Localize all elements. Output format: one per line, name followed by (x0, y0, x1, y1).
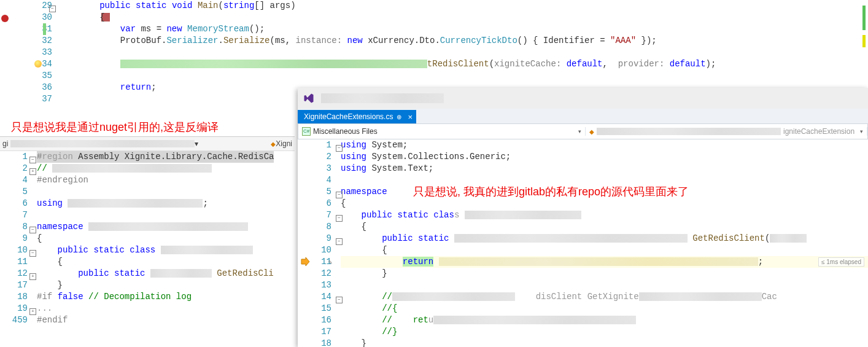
code-line[interactable]: #endif (37, 314, 68, 326)
line-number[interactable]: 18 (298, 338, 331, 347)
code-line[interactable]: } (341, 338, 366, 347)
line-number[interactable]: 12 (0, 268, 28, 279)
line-number[interactable]: 2 (0, 163, 28, 174)
code-line[interactable]: public static GetRedisClient( (341, 233, 807, 244)
breadcrumb-bar[interactable]: C# Miscellaneous Files ▾ ◆ igniteCacheEx… (298, 123, 868, 139)
code-line[interactable]: #region Assembly Xignite.Library.Cache.R… (37, 151, 274, 163)
line-number[interactable]: 9 (0, 233, 28, 244)
line-number[interactable]: 17 (298, 326, 331, 338)
code-line[interactable]: { (58, 12, 105, 23)
line-number[interactable]: 36 (0, 82, 52, 93)
line-number[interactable]: 6 (298, 198, 331, 209)
line-number-gutter[interactable]: 293031323334353637 (0, 0, 55, 101)
line-number[interactable]: 1 (298, 139, 331, 151)
line-number[interactable]: 10 (298, 244, 331, 256)
fold-toggle[interactable]: − (29, 157, 36, 163)
code-line[interactable]: public static class (341, 209, 581, 221)
line-number[interactable]: 35 (0, 70, 52, 82)
line-number[interactable]: 2 (298, 151, 331, 163)
line-number[interactable]: 30 (0, 12, 52, 23)
code-line[interactable]: using System.Collections.Generic; (341, 151, 511, 163)
fold-toggle[interactable]: − (49, 6, 56, 12)
code-line[interactable]: public static GetRedisCli (37, 268, 274, 279)
fold-toggle[interactable]: + (29, 308, 36, 315)
tab-active[interactable]: XigniteCacheExtensions.cs ⊕ × (298, 110, 416, 123)
fold-toggle[interactable]: − (336, 297, 343, 303)
line-number[interactable]: 33 (0, 47, 52, 58)
fold-toggle[interactable]: − (336, 145, 343, 152)
line-number[interactable]: 14 (298, 291, 331, 303)
chevron-down-icon[interactable]: ▾ (860, 128, 863, 135)
code-line[interactable]: //{ (341, 303, 397, 314)
line-number[interactable]: 1 (0, 151, 28, 163)
line-number[interactable]: 37 (0, 93, 52, 105)
decompile-editor[interactable]: gi ▾ ◆ Xigni 12456789101112171819459 #re… (0, 136, 295, 347)
nav-dropdown-icon[interactable]: ▾ (195, 139, 198, 148)
fold-toggle[interactable]: − (336, 238, 343, 245)
code-line[interactable]: // disClient GetXigniteCac (341, 291, 777, 303)
code-line[interactable]: using ; (37, 198, 208, 209)
fold-toggle[interactable]: − (29, 250, 36, 257)
code-line[interactable]: #endregion (37, 174, 88, 186)
code-line[interactable]: namespace (341, 186, 387, 198)
line-number[interactable]: 16 (298, 314, 331, 326)
close-icon[interactable]: × (408, 112, 413, 122)
code-line[interactable]: } (341, 268, 387, 279)
line-number[interactable]: 17 (0, 279, 28, 291)
code-line[interactable]: } (37, 279, 63, 291)
code-line[interactable]: { (341, 198, 346, 209)
peek-window[interactable]: XigniteCacheExtensions.cs ⊕ × C# Miscell… (298, 88, 868, 347)
line-number[interactable]: 12 (298, 268, 331, 279)
fold-toggle[interactable]: − (336, 215, 343, 222)
line-number[interactable]: 8 (298, 221, 331, 233)
line-number[interactable]: 34 (0, 58, 52, 70)
line-number[interactable]: 7 (298, 209, 331, 221)
code-line[interactable]: { (341, 244, 387, 256)
main-editor[interactable]: 293031323334353637 public static void Ma… (0, 0, 868, 101)
code-line[interactable]: { (341, 221, 366, 233)
line-number[interactable]: 5 (298, 186, 331, 198)
fold-toggle[interactable]: − (336, 192, 343, 198)
chevron-down-icon[interactable]: ▾ (578, 128, 581, 135)
code-line[interactable]: return ; (341, 256, 763, 268)
pin-icon[interactable]: ⊕ (397, 114, 401, 120)
line-number[interactable]: 15 (298, 303, 331, 314)
window-titlebar[interactable] (298, 88, 868, 109)
line-number[interactable]: 19 (0, 303, 28, 314)
code-line[interactable]: { (37, 233, 42, 244)
line-number[interactable]: 13 (298, 279, 331, 291)
line-number[interactable]: 4 (0, 174, 28, 186)
line-number[interactable]: 18 (0, 291, 28, 303)
code-line[interactable]: var ms = new MemoryStream(); (58, 23, 265, 35)
code-line[interactable]: { (37, 256, 63, 268)
code-line[interactable]: using System; (341, 139, 408, 151)
line-number[interactable]: 5 (0, 186, 28, 198)
fold-toggle[interactable]: + (29, 168, 36, 175)
line-number[interactable]: 9 (298, 233, 331, 244)
navigation-bar[interactable]: gi ▾ ◆ Xigni (0, 137, 295, 151)
line-number[interactable]: 6 (0, 198, 28, 209)
code-line[interactable]: tRedisClient(xigniteCache: default, prov… (58, 58, 716, 70)
line-number[interactable]: 29 (0, 0, 52, 12)
code-line[interactable]: using System.Text; (341, 163, 433, 174)
code-line[interactable]: namespace (37, 221, 248, 233)
code-line[interactable]: return; (58, 82, 157, 93)
code-line[interactable]: ... (37, 303, 52, 314)
fold-toggle[interactable]: − (29, 227, 36, 233)
code-line[interactable]: public static void Main(string[] args) (58, 0, 296, 12)
line-number[interactable]: 4 (298, 174, 331, 186)
code-line[interactable]: //} (341, 326, 397, 338)
line-number[interactable]: 459 (0, 314, 28, 326)
line-number[interactable]: 32 (0, 35, 52, 47)
code-line[interactable]: // retu (341, 314, 636, 326)
line-number[interactable]: 10 (0, 244, 28, 256)
line-number[interactable]: 8 (0, 221, 28, 233)
line-number[interactable]: 3 (298, 163, 331, 174)
line-number[interactable]: 7 (0, 209, 28, 221)
line-number[interactable]: 11 (0, 256, 28, 268)
code-line[interactable]: public static class (37, 244, 253, 256)
lightbulb-icon[interactable] (34, 60, 42, 68)
code-line[interactable]: #if false // Decompilation log (37, 291, 192, 303)
line-number-gutter[interactable]: 123456789101112131415161718 (298, 139, 335, 347)
fold-toggle[interactable]: + (29, 273, 36, 280)
